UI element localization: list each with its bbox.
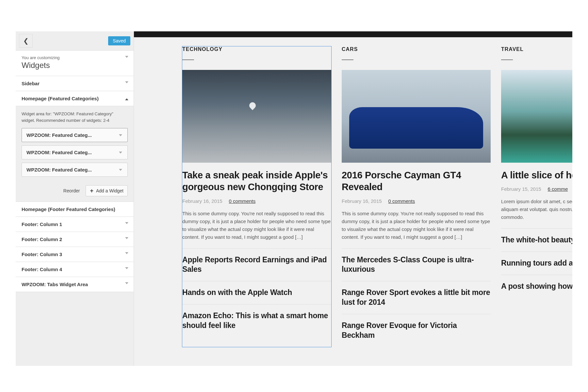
section-description: Widget area for: "WPZOOM: Featured Categ… xyxy=(16,106,134,128)
chevron-up-icon xyxy=(125,98,128,100)
lead-comments-link[interactable]: 6 comme xyxy=(548,186,568,192)
widget-actions: Reorder + Add a Widget xyxy=(16,184,134,202)
sub-article[interactable]: A post showing how headi xyxy=(501,275,572,298)
section-label: Homepage (Featured Categories) xyxy=(22,96,99,101)
sub-article[interactable]: The Mercedes S-Class Coupe is ultra-luxu… xyxy=(342,248,491,281)
heading-rule xyxy=(501,59,513,60)
preview-content: TECHNOLOGY Take a sneak peak inside Appl… xyxy=(134,37,572,347)
widget-item[interactable]: WPZOOM: Featured Categ... xyxy=(22,163,128,177)
chevron-down-icon xyxy=(119,169,122,171)
widget-item[interactable]: WPZOOM: Featured Categ... xyxy=(22,128,128,142)
chevron-left-icon: ❮ xyxy=(23,37,29,45)
widget-list: WPZOOM: Featured Categ... WPZOOM: Featur… xyxy=(16,128,134,184)
chevron-down-icon xyxy=(125,237,128,239)
section-homepage-footer-featured[interactable]: Homepage (Footer Featured Categories) xyxy=(16,202,134,217)
sidebar-header: ❮ Saved xyxy=(16,31,134,51)
breadcrumb-title: Widgets xyxy=(22,61,128,70)
saved-button[interactable]: Saved xyxy=(108,36,130,45)
sub-article-title: Running tours add a worko xyxy=(501,258,572,268)
widget-item-label: WPZOOM: Featured Categ... xyxy=(26,132,92,138)
category-column-cars[interactable]: CARS 2016 Porsche Cayman GT4 Revealed Fe… xyxy=(342,46,491,347)
lead-title[interactable]: Take a sneak peak inside Apple's gorgeou… xyxy=(182,169,331,193)
lead-meta: February 15, 2015 6 comme xyxy=(501,186,572,192)
sub-article-title: Amazon Echo: This is what a smart home s… xyxy=(182,311,331,331)
sub-article-title: A post showing how headi xyxy=(501,282,572,291)
section-label: Footer: Column 1 xyxy=(22,221,62,227)
lead-date: February 15, 2015 xyxy=(501,186,541,192)
chevron-down-icon xyxy=(125,282,128,284)
sub-article-title: Range Rover Sport evokes a little bit mo… xyxy=(342,288,491,307)
lead-image[interactable] xyxy=(182,70,331,163)
column-heading: TRAVEL xyxy=(501,46,572,55)
chevron-down-icon xyxy=(125,56,128,58)
sub-article[interactable]: Range Rover Evoque for Victoria Beckham xyxy=(342,314,491,347)
add-widget-button[interactable]: + Add a Widget xyxy=(86,185,128,196)
lead-image[interactable] xyxy=(501,70,572,163)
lead-title[interactable]: 2016 Porsche Cayman GT4 Revealed xyxy=(342,169,491,193)
sub-article[interactable]: Amazon Echo: This is what a smart home s… xyxy=(182,304,331,337)
customizer-sidebar: ❮ Saved You are customizing Widgets Side… xyxy=(16,31,134,366)
lead-meta: February 16, 2015 0 comments xyxy=(182,198,331,204)
section-label: Footer: Column 2 xyxy=(22,237,62,242)
sub-article[interactable]: Hands on with the Apple Watch xyxy=(182,281,331,304)
sub-article-title: Apple Reports Record Earnings and iPad S… xyxy=(182,255,331,275)
chevron-down-icon xyxy=(125,222,128,224)
category-column-technology[interactable]: TECHNOLOGY Take a sneak peak inside Appl… xyxy=(182,46,331,347)
chevron-down-icon xyxy=(119,152,122,154)
widget-item[interactable]: WPZOOM: Featured Categ... xyxy=(22,145,128,159)
section-footer-col-2[interactable]: Footer: Column 2 xyxy=(16,232,134,247)
section-homepage-featured[interactable]: Homepage (Featured Categories) xyxy=(16,91,134,106)
widget-item-label: WPZOOM: Featured Categ... xyxy=(26,167,92,172)
sub-article-title: The Mercedes S-Class Coupe is ultra-luxu… xyxy=(342,255,491,275)
lead-date: February 16, 2015 xyxy=(182,198,222,204)
sub-article[interactable]: The white-hot beauty of Ice xyxy=(501,228,572,252)
lead-meta: February 16, 2015 0 comments xyxy=(342,198,491,204)
preview-pane: TECHNOLOGY Take a sneak peak inside Appl… xyxy=(134,31,572,366)
chevron-down-icon xyxy=(125,252,128,254)
category-column-travel[interactable]: TRAVEL A little slice of heaven February… xyxy=(501,46,572,347)
sub-article-title: Hands on with the Apple Watch xyxy=(182,288,331,298)
chevron-down-icon xyxy=(119,134,122,136)
section-footer-col-4[interactable]: Footer: Column 4 xyxy=(16,262,134,277)
heading-rule xyxy=(342,59,353,60)
sub-article[interactable]: Apple Reports Record Earnings and iPad S… xyxy=(182,248,331,281)
section-label: Footer: Column 4 xyxy=(22,267,62,272)
section-sidebar[interactable]: Sidebar xyxy=(16,76,134,91)
sub-article[interactable]: Range Rover Sport evokes a little bit mo… xyxy=(342,281,491,314)
lead-comments-link[interactable]: 0 comments xyxy=(229,198,256,204)
section-label: Homepage (Footer Featured Categories) xyxy=(22,206,115,212)
lead-image[interactable] xyxy=(342,70,491,163)
lead-title[interactable]: A little slice of heaven xyxy=(501,169,572,181)
section-footer-col-3[interactable]: Footer: Column 3 xyxy=(16,247,134,262)
section-label: Sidebar xyxy=(22,81,40,86)
lead-excerpt: Lorem ipsum dolor sit amet, c sed diam n… xyxy=(501,198,572,221)
sub-article-title: The white-hot beauty of Ice xyxy=(501,235,572,245)
reorder-button[interactable]: Reorder xyxy=(63,188,80,193)
chevron-down-icon xyxy=(125,81,128,83)
section-footer-col-1[interactable]: Footer: Column 1 xyxy=(16,217,134,232)
breadcrumb-small: You are customizing xyxy=(22,55,128,60)
heading-rule xyxy=(182,59,194,60)
lead-date: February 16, 2015 xyxy=(342,198,382,204)
preview-header-strip xyxy=(134,31,572,37)
sidebar-filler xyxy=(16,292,134,366)
column-heading: CARS xyxy=(342,46,491,55)
breadcrumb: You are customizing Widgets xyxy=(16,51,134,76)
lead-excerpt: This is some dummy copy. You're not real… xyxy=(182,210,331,241)
sub-article[interactable]: Running tours add a worko xyxy=(501,252,572,275)
chevron-down-icon xyxy=(125,267,128,269)
widget-item-label: WPZOOM: Featured Categ... xyxy=(26,150,92,155)
section-label: Footer: Column 3 xyxy=(22,252,62,257)
section-label: WPZOOM: Tabs Widget Area xyxy=(22,282,88,287)
section-tabs-widget-area[interactable]: WPZOOM: Tabs Widget Area xyxy=(16,277,134,292)
app-root: ❮ Saved You are customizing Widgets Side… xyxy=(0,0,588,392)
back-button[interactable]: ❮ xyxy=(19,34,33,48)
column-heading: TECHNOLOGY xyxy=(182,46,331,55)
lead-comments-link[interactable]: 0 comments xyxy=(388,198,415,204)
lead-excerpt: This is some dummy copy. You're not real… xyxy=(342,210,491,241)
plus-icon: + xyxy=(90,188,93,194)
sub-article-title: Range Rover Evoque for Victoria Beckham xyxy=(342,321,491,340)
add-widget-label: Add a Widget xyxy=(96,188,123,193)
